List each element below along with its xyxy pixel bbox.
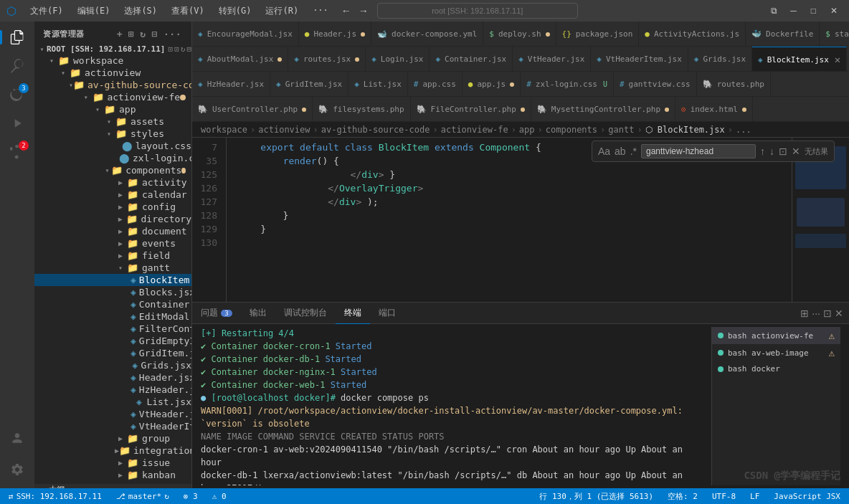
- menu-edit[interactable]: 编辑(E): [73, 4, 115, 19]
- panel-more-btn[interactable]: ···: [812, 308, 820, 319]
- sidebar-item-config[interactable]: ▶ 📁 config: [34, 201, 191, 213]
- maximize-button[interactable]: □: [805, 4, 822, 17]
- tab-zxl-login-css[interactable]: # zxl-login.css U: [521, 72, 614, 97]
- breadcrumb-more[interactable]: ...: [736, 125, 751, 135]
- sidebar-item-directory[interactable]: ▶ 📁 directory: [34, 213, 191, 225]
- panel-tab-terminal[interactable]: 终端: [336, 303, 370, 324]
- tab-list[interactable]: ◈ List.jsx: [348, 72, 408, 97]
- sidebar-item-workspace[interactable]: ▾ 📁 workspace: [34, 54, 191, 67]
- status-line-endings[interactable]: LF: [747, 491, 762, 502]
- sidebar-item-events[interactable]: ▶ 📁 events: [34, 237, 191, 249]
- panel-split-btn[interactable]: ⊞: [800, 308, 809, 319]
- tab-filesystems[interactable]: 🐘 filesystems.php: [313, 97, 410, 122]
- split-editor-icon[interactable]: ⧉: [767, 4, 782, 17]
- breadcrumb-av-github[interactable]: av-github-source-code: [321, 125, 430, 135]
- breadcrumb-components[interactable]: components: [546, 125, 597, 135]
- sidebar-item-integrations[interactable]: ▶ 📁 integrations: [34, 444, 191, 457]
- sidebar-item-actionview[interactable]: ▾ 📁 actionview: [34, 67, 191, 79]
- sidebar-file-filtercontainer[interactable]: ▶ ◈ FilterContainer.jsx: [34, 323, 191, 335]
- more-actions-icon[interactable]: ···: [162, 27, 183, 41]
- tab-header-js[interactable]: ● Header.js: [299, 22, 371, 47]
- sidebar-item-group[interactable]: ▶ 📁 group: [34, 432, 191, 444]
- find-case-sensitive-btn[interactable]: Aa: [598, 146, 610, 157]
- terminal-session-1[interactable]: bash actionview-fe ⚠: [712, 327, 840, 344]
- sidebar-root[interactable]: ▾ ROOT [SSH: 192.168.17.11] ⊡ ⊡ ↻ ⊟: [34, 44, 191, 54]
- sidebar-file-vtheaderitem[interactable]: ▶ ◈ VtHeaderItem.jsx: [34, 420, 191, 432]
- menu-view[interactable]: 查看(V): [167, 4, 209, 19]
- tab-app-css[interactable]: # app.css: [408, 72, 463, 97]
- terminal-session-2[interactable]: bash av-web-image ⚠: [712, 344, 840, 361]
- panel-tab-debug[interactable]: 调试控制台: [275, 303, 336, 324]
- tab-docker-compose[interactable]: 🐋 docker-compose.yml: [371, 22, 483, 47]
- menu-file[interactable]: 文件(F): [26, 4, 67, 19]
- status-spaces[interactable]: 空格: 2: [665, 491, 701, 502]
- sidebar-item-assets[interactable]: ▾ 📁 assets: [34, 115, 191, 128]
- menu-goto[interactable]: 转到(G): [214, 4, 256, 19]
- find-input[interactable]: [641, 144, 756, 158]
- refresh-icon[interactable]: ↻: [138, 27, 147, 41]
- minimap[interactable]: [792, 138, 849, 302]
- panel-close-btn[interactable]: ✕: [835, 308, 843, 319]
- tab-start-sh[interactable]: $ start.sh: [820, 22, 849, 47]
- tab-mysettingcontroller[interactable]: 🐘 MysettingController.php: [531, 97, 675, 122]
- sidebar-item-activity[interactable]: ▶ 📁 activity: [34, 176, 191, 189]
- close-button[interactable]: ✕: [825, 4, 843, 17]
- nav-back[interactable]: ←: [338, 4, 354, 18]
- sidebar-item-styles[interactable]: ▾ 📁 styles: [34, 128, 191, 140]
- sidebar-file-blocks[interactable]: ▶ ◈ Blocks.jsx: [34, 286, 191, 298]
- new-file-icon[interactable]: +: [115, 27, 124, 41]
- tab-package-json[interactable]: {} package.json: [556, 22, 640, 47]
- sidebar-file-layout-css[interactable]: ▶ ⬤ layout.css: [34, 140, 191, 152]
- nav-forward[interactable]: →: [356, 4, 371, 18]
- settings-icon[interactable]: [4, 457, 30, 482]
- panel-tab-ports[interactable]: 端口: [370, 303, 404, 324]
- minimize-button[interactable]: ─: [784, 4, 802, 17]
- sidebar-item-document[interactable]: ▶ 📁 document: [34, 225, 191, 237]
- find-close-btn[interactable]: ✕: [792, 146, 800, 157]
- find-prev-btn[interactable]: ↑: [760, 146, 765, 157]
- status-encoding[interactable]: UTF-8: [709, 491, 739, 502]
- sidebar-item-av-github[interactable]: ▾ 📁 av-github-source-code: [34, 79, 191, 91]
- code-content[interactable]: export default class BlockItem extends C…: [227, 138, 792, 302]
- account-icon[interactable]: [4, 425, 30, 451]
- tab-vtheaderitem[interactable]: ◈ VtHeaderItem.jsx: [591, 47, 688, 72]
- explorer-icon[interactable]: [4, 24, 30, 50]
- sidebar-file-griditem[interactable]: ▶ ◈ GridItem.jsx: [34, 347, 191, 359]
- root-icon2[interactable]: ⊡: [174, 44, 179, 54]
- tab-container-jsx[interactable]: ◈ Container.jsx: [430, 47, 513, 72]
- find-whole-word-btn[interactable]: ab: [615, 146, 626, 157]
- tab-routes-php[interactable]: 🐘 routes.php: [697, 72, 771, 97]
- sidebar-file-gridemptyitem[interactable]: ▶ ◈ GridEmptyItem.jsx: [34, 335, 191, 347]
- tab-filecontroller[interactable]: 🐘 FileController.php: [411, 97, 531, 122]
- collapse-icon[interactable]: ⊟: [151, 27, 159, 41]
- tab-hzheader[interactable]: ◈ HzHeader.jsx: [192, 72, 270, 97]
- sidebar-file-grids[interactable]: ▶ ◈ Grids.jsx: [34, 359, 191, 371]
- tab-blockitem[interactable]: ◈ BlockItem.jsx ✕: [752, 47, 847, 72]
- tab-ganttview-css[interactable]: # ganttview.css: [614, 72, 697, 97]
- sidebar-item-actionview-fe[interactable]: ▾ 📁 actionview-fe: [34, 91, 191, 103]
- breadcrumb-gantt[interactable]: gantt: [608, 125, 634, 135]
- tab-activityactions[interactable]: ● ActivityActions.js: [639, 22, 746, 47]
- menu-more[interactable]: ···: [308, 4, 333, 19]
- root-icon1[interactable]: ⊡: [169, 44, 174, 54]
- sidebar-file-vtheader[interactable]: ▶ ◈ VtHeader.jsx: [34, 408, 191, 420]
- sidebar-item-gantt[interactable]: ▾ 📁 gantt: [34, 262, 191, 274]
- status-warnings[interactable]: ⚠ 0: [209, 492, 229, 501]
- new-folder-icon[interactable]: ⊞: [127, 27, 136, 41]
- tab-close-icon[interactable]: ✕: [835, 54, 840, 65]
- tab-dockerfile[interactable]: 🐳 Dockerfile: [746, 22, 820, 47]
- tab-vtheader[interactable]: ◈ VtHeader.jsx: [513, 47, 591, 72]
- sidebar-file-zxl-login-css[interactable]: ▶ ⬤ zxl-login.css U: [34, 152, 191, 164]
- status-branch[interactable]: ⎇ master* ↻: [113, 492, 172, 501]
- sidebar-file-container[interactable]: ▶ ◈ Container.jsx: [34, 298, 191, 310]
- sidebar-item-calendar[interactable]: ▶ 📁 calendar: [34, 189, 191, 201]
- menu-run[interactable]: 运行(R): [261, 4, 303, 19]
- sidebar-file-list[interactable]: ▶ ◈ List.jsx: [34, 396, 191, 408]
- sidebar-file-header[interactable]: ▶ ◈ Header.jsx: [34, 371, 191, 384]
- panel-maximize-btn[interactable]: ⊡: [823, 308, 832, 319]
- search-icon[interactable]: [4, 53, 30, 79]
- source-control-icon[interactable]: 3: [4, 82, 30, 108]
- sidebar-item-field[interactable]: ▶ 📁 field: [34, 249, 191, 262]
- breadcrumb-actionview[interactable]: actionview: [258, 125, 310, 135]
- sidebar-item-issue[interactable]: ▶ 📁 issue: [34, 457, 191, 469]
